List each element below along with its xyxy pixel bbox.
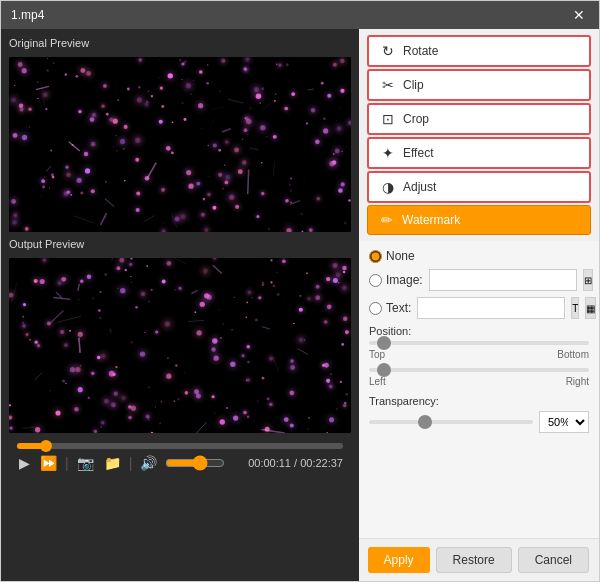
transparency-slider-track[interactable] [369, 420, 533, 424]
clip-label: Clip [403, 78, 424, 92]
apply-button[interactable]: Apply [368, 547, 430, 573]
text-label[interactable]: Text: [369, 301, 411, 315]
clip-button[interactable]: ✂ Clip [367, 69, 591, 101]
adjust-icon: ◑ [379, 179, 397, 195]
topbottom-slider-container: Top Bottom [369, 341, 589, 360]
fast-forward-button[interactable]: ⏩ [38, 453, 59, 473]
text-font-button[interactable]: T [571, 297, 579, 319]
output-video-canvas [9, 258, 351, 433]
rotate-button[interactable]: ↻ Rotate [367, 35, 591, 67]
rotate-label: Rotate [403, 44, 438, 58]
leftright-track[interactable] [369, 368, 589, 372]
progress-thumb [40, 440, 52, 452]
effect-button[interactable]: ✦ Effect [367, 137, 591, 169]
watermark-label: Watermark [402, 213, 460, 227]
play-button[interactable]: ▶ [17, 453, 32, 473]
image-option-row: Image: ⊞ [369, 269, 589, 291]
bottom-bar: Apply Restore Cancel [359, 538, 599, 581]
time-current: 00:00:11 [248, 457, 291, 469]
crop-label: Crop [403, 112, 429, 126]
text-option-row: Text: T ▦ [369, 297, 589, 319]
image-browse-button[interactable]: ⊞ [583, 269, 593, 291]
time-separator: / [291, 457, 300, 469]
adjust-label: Adjust [403, 180, 436, 194]
output-preview [9, 258, 351, 433]
right-label: Right [566, 376, 589, 387]
title-bar: 1.mp4 ✕ [1, 1, 599, 29]
adjust-button[interactable]: ◑ Adjust [367, 171, 591, 203]
volume-slider[interactable] [165, 455, 225, 471]
topbottom-track[interactable] [369, 341, 589, 345]
text-color-button[interactable]: ▦ [585, 297, 596, 319]
bottom-label: Bottom [557, 349, 589, 360]
separator1: | [65, 455, 69, 471]
separator2: | [129, 455, 133, 471]
crop-icon: ⊡ [379, 111, 397, 127]
time-total: 00:22:37 [300, 457, 343, 469]
image-label[interactable]: Image: [369, 273, 423, 287]
toolbar-buttons: ↻ Rotate ✂ Clip ⊡ Crop ✦ Effect ◑ Adju [359, 29, 599, 241]
leftright-labels: Left Right [369, 376, 589, 387]
transparency-row: 50% [369, 411, 589, 433]
position-label: Position: [369, 325, 589, 337]
progress-bar[interactable] [17, 443, 343, 449]
image-input[interactable] [429, 269, 577, 291]
effect-label: Effect [403, 146, 433, 160]
controls-bar: ▶ ⏩ | 📷 📁 | 🔊 00:00:11 / 00:22:37 [9, 439, 351, 477]
close-button[interactable]: ✕ [569, 7, 589, 23]
text-input[interactable] [417, 297, 565, 319]
none-label[interactable]: None [369, 249, 415, 263]
original-preview [9, 57, 351, 232]
original-video-canvas [9, 57, 351, 232]
rotate-icon: ↻ [379, 43, 397, 59]
watermark-icon: ✏ [378, 212, 396, 228]
leftright-thumb[interactable] [377, 363, 391, 377]
watermark-options: None Image: ⊞ Text: [359, 241, 599, 538]
image-radio[interactable] [369, 274, 382, 287]
time-display: 00:00:11 / 00:22:37 [248, 457, 343, 469]
leftright-slider-container: Left Right [369, 368, 589, 387]
none-option-row: None [369, 249, 589, 263]
effect-icon: ✦ [379, 145, 397, 161]
watermark-button[interactable]: ✏ Watermark [367, 205, 591, 235]
volume-button[interactable]: 🔊 [138, 453, 159, 473]
none-radio[interactable] [369, 250, 382, 263]
main-window: 1.mp4 ✕ Original Preview Output Preview … [0, 0, 600, 582]
folder-button[interactable]: 📁 [102, 453, 123, 473]
main-content: Original Preview Output Preview ▶ ⏩ | 📷 [1, 29, 599, 581]
original-preview-label: Original Preview [9, 37, 351, 49]
topbottom-labels: Top Bottom [369, 349, 589, 360]
transparency-thumb[interactable] [418, 415, 432, 429]
controls-row: ▶ ⏩ | 📷 📁 | 🔊 00:00:11 / 00:22:37 [17, 453, 343, 473]
left-panel: Original Preview Output Preview ▶ ⏩ | 📷 [1, 29, 359, 581]
top-label: Top [369, 349, 385, 360]
topbottom-thumb[interactable] [377, 336, 391, 350]
right-panel: ↻ Rotate ✂ Clip ⊡ Crop ✦ Effect ◑ Adju [359, 29, 599, 581]
restore-button[interactable]: Restore [436, 547, 512, 573]
window-title: 1.mp4 [11, 8, 44, 22]
output-preview-label: Output Preview [9, 238, 351, 250]
clip-icon: ✂ [379, 77, 397, 93]
transparency-select[interactable]: 50% [539, 411, 589, 433]
crop-button[interactable]: ⊡ Crop [367, 103, 591, 135]
left-label: Left [369, 376, 386, 387]
cancel-button[interactable]: Cancel [518, 547, 589, 573]
screenshot-button[interactable]: 📷 [75, 453, 96, 473]
text-radio[interactable] [369, 302, 382, 315]
transparency-label: Transparency: [369, 395, 589, 407]
